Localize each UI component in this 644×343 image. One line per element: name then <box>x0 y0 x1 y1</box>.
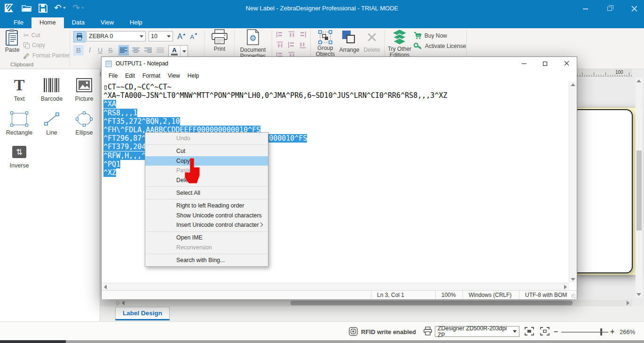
canvas-vertical-scrollbar[interactable] <box>636 78 643 298</box>
vertical-scroll-thumb[interactable] <box>636 151 642 231</box>
zoom-to-elements-icon[interactable] <box>540 327 550 335</box>
underline-button[interactable]: U <box>96 45 104 56</box>
resize-grip-icon[interactable] <box>571 294 576 298</box>
delete-button[interactable]: ✕ Delete <box>362 29 382 53</box>
line-ending: Windows (CRLF) <box>463 291 519 299</box>
align-left-button[interactable] <box>118 45 129 56</box>
shrink-font-button[interactable]: A <box>188 31 199 42</box>
copy-button[interactable]: Copy <box>24 42 45 48</box>
menu-item-cut[interactable]: Cut <box>145 146 268 156</box>
scroll-up-icon[interactable] <box>636 80 641 82</box>
menu-item-show-unicode-control-characters[interactable]: Show Unicode control characters <box>145 211 268 221</box>
zoom-slider-thumb[interactable] <box>600 328 602 335</box>
strikethrough-button[interactable]: S <box>106 45 115 56</box>
notepad-menu-view[interactable]: View <box>164 71 184 80</box>
notepad-scroll-up-icon[interactable] <box>571 83 575 86</box>
tool-inverse[interactable]: ⇅ Inverse <box>3 144 36 169</box>
document-properties-button[interactable]: ⚙ DocumentProperties <box>238 29 268 59</box>
horizontal-scroll-thumb[interactable] <box>291 301 573 305</box>
menu-item-undo: Undo <box>145 134 268 144</box>
tool-rectangle[interactable]: Rectangle <box>3 111 36 136</box>
barcode-tool-icon <box>44 78 60 92</box>
menu-item-copy[interactable]: Copy <box>145 156 268 166</box>
align-objects-top-icon[interactable] <box>277 42 283 48</box>
align-objects-center-icon[interactable] <box>288 32 294 38</box>
notepad-minimize-button[interactable] <box>513 57 534 70</box>
restore-button[interactable] <box>605 4 615 14</box>
close-button[interactable] <box>629 4 639 14</box>
printer-font-toggle[interactable]: T <box>73 31 86 42</box>
tab-file[interactable]: File <box>6 17 31 28</box>
align-objects-bottom-icon[interactable] <box>300 42 306 48</box>
notepad-horizontal-scrollbar[interactable] <box>102 283 569 290</box>
menu-item-search-with-bing[interactable]: Search with Bing... <box>145 255 268 265</box>
align-justify-button[interactable] <box>155 45 165 56</box>
splitter-grip-icon[interactable] <box>116 302 119 305</box>
scroll-right-icon[interactable] <box>627 301 629 305</box>
arrange-button[interactable]: Arrange <box>338 29 360 53</box>
tool-text[interactable]: T Text <box>3 77 36 102</box>
edit-context-menu: UndoCutCopyPasteDeleteSelect AllRight to… <box>145 132 268 267</box>
notepad-menu-file[interactable]: File <box>105 71 121 80</box>
notepad-maximize-button[interactable] <box>534 57 556 70</box>
align-objects-middle-icon[interactable] <box>288 42 295 48</box>
paste-button[interactable]: Paste <box>2 29 23 53</box>
notepad-menu-help[interactable]: Help <box>184 71 203 80</box>
printer-select[interactable]: ZDesigner ZD500R-203dpi ZP <box>435 326 519 337</box>
tab-data[interactable]: Data <box>64 17 93 28</box>
document-tab-strip: Label Design <box>100 306 644 321</box>
try-other-editions-button[interactable]: Try OtherEditions <box>387 29 412 58</box>
font-color-dropdown[interactable] <box>180 46 188 57</box>
menu-item-delete[interactable]: Delete <box>145 175 268 185</box>
notepad-scroll-right-icon[interactable] <box>564 285 567 289</box>
menu-item-right-to-left-reading-order[interactable]: Right to left Reading order <box>145 201 268 211</box>
notepad-title-bar[interactable]: OUTPUT1 - Notepad <box>102 57 577 70</box>
zoom-to-label-icon[interactable] <box>525 327 534 335</box>
cut-button[interactable]: ✂ Cut <box>24 32 40 39</box>
notepad-menu-format[interactable]: Format <box>139 71 164 80</box>
text-tool-icon: T <box>14 77 25 93</box>
align-objects-right-icon[interactable] <box>299 32 306 38</box>
canvas-horizontal-scrollbar[interactable] <box>100 300 632 306</box>
tool-barcode[interactable]: Barcode <box>35 77 68 102</box>
buy-now-button[interactable]: Buy Now <box>414 32 447 40</box>
scroll-left-icon[interactable] <box>122 301 125 305</box>
print-button[interactable]: Print <box>208 29 231 52</box>
tab-home[interactable]: Home <box>31 17 64 28</box>
tab-view[interactable]: View <box>93 17 122 28</box>
notepad-scroll-left-icon[interactable] <box>104 285 107 289</box>
notepad-menu-edit[interactable]: Edit <box>121 71 139 80</box>
tool-line[interactable]: Line <box>35 111 68 136</box>
notepad-vertical-scrollbar[interactable] <box>569 81 577 283</box>
line-tool-icon <box>44 112 60 126</box>
clipboard-group-label: Clipboard <box>10 62 33 67</box>
zoom-in-button[interactable]: + <box>610 327 614 336</box>
grow-font-button[interactable]: A <box>176 31 187 42</box>
scroll-down-icon[interactable] <box>636 293 641 296</box>
minimize-button[interactable] <box>580 4 590 14</box>
editor-line: ^FT35,272^BQN,2,10 <box>103 117 569 126</box>
tool-picture[interactable]: Picture <box>68 77 101 102</box>
zoom-out-button[interactable]: – <box>554 327 558 336</box>
document-properties-icon: ⚙ <box>238 29 268 46</box>
menu-item-insert-unicode-control-character[interactable]: Insert Unicode control character <box>145 220 268 230</box>
italic-button[interactable]: I <box>86 45 94 56</box>
align-center-button[interactable] <box>131 45 141 56</box>
menu-item-open-ime[interactable]: Open IME <box>145 233 268 243</box>
font-name-select[interactable]: ZEBRA 0 <box>86 31 146 41</box>
format-painter-button[interactable]: Format Painter <box>24 52 70 59</box>
group-objects-button[interactable]: GroupObjects <box>314 29 337 57</box>
bold-button[interactable]: B <box>73 45 84 56</box>
tab-help[interactable]: Help <box>122 17 150 28</box>
activate-license-button[interactable]: Activate License <box>414 42 466 50</box>
rfid-icon <box>349 327 358 336</box>
font-color-split-button[interactable]: A <box>168 45 188 57</box>
notepad-scroll-down-icon[interactable] <box>571 278 575 281</box>
font-size-select[interactable]: 10 <box>149 31 173 41</box>
align-right-button[interactable] <box>143 45 153 56</box>
notepad-close-button[interactable] <box>556 57 577 70</box>
tool-ellipse[interactable]: Ellipse <box>68 111 101 136</box>
tab-label-design[interactable]: Label Design <box>115 307 170 320</box>
align-objects-left-icon[interactable] <box>276 32 283 38</box>
menu-item-select-all[interactable]: Select All <box>145 188 268 198</box>
